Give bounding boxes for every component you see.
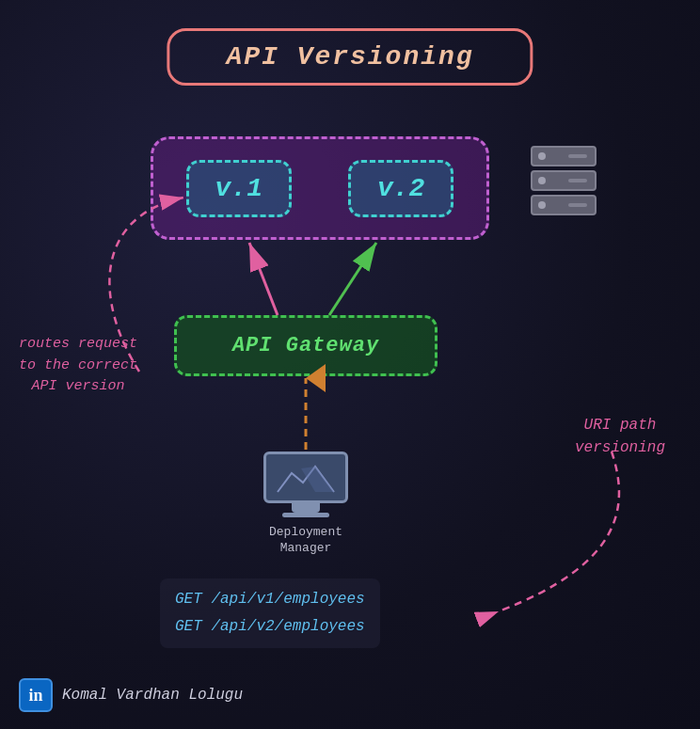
endpoint-v2: GET /api/v2/employees [175,613,365,641]
server-icon [531,146,597,215]
uri-path-label: URI pathversioning [568,414,672,459]
main-canvas: API Versioning v.1 v.2 API Gateway [0,0,700,729]
deployment-manager: DeploymentManager [263,452,348,557]
gateway-box: API Gateway [174,315,438,376]
monitor-icon [263,452,348,517]
version-v1-box: v.1 [186,160,292,217]
linkedin-symbol: in [28,686,42,705]
routes-label: routes requestto the correctAPI version [17,334,139,398]
deployment-label: DeploymentManager [269,525,342,557]
version-v2-label: v.2 [377,174,424,203]
title-box: API Versioning [167,28,533,86]
page-title: API Versioning [226,42,473,71]
endpoint-v1: GET /api/v1/employees [175,586,365,613]
svg-line-8 [329,243,376,315]
author-name: Komal Vardhan Lolugu [62,687,243,704]
version-v2-box: v.2 [348,160,453,217]
footer: in Komal Vardhan Lolugu [19,678,243,712]
gateway-label: API Gateway [232,334,379,357]
linkedin-icon: in [19,678,53,712]
version-v1-label: v.1 [215,174,262,203]
endpoints-box: GET /api/v1/employees GET /api/v2/employ… [160,578,380,648]
versions-container: v.1 v.2 [151,136,489,240]
svg-line-7 [249,243,278,315]
